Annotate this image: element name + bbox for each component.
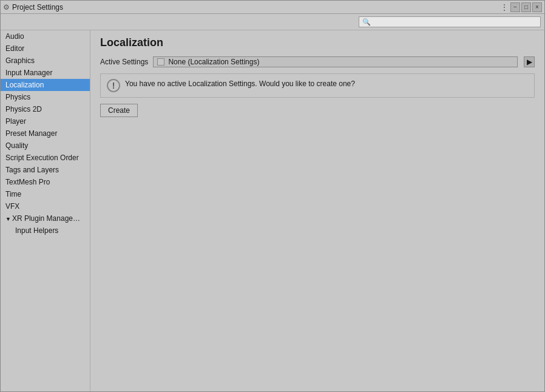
- close-button[interactable]: ×: [532, 2, 542, 12]
- sidebar-item-tags-and-layers[interactable]: Tags and Layers: [1, 164, 90, 176]
- search-icon: 🔍: [362, 18, 371, 26]
- sidebar-item-editor[interactable]: Editor: [1, 42, 90, 55]
- active-settings-label: Active Settings: [100, 58, 148, 66]
- create-button[interactable]: Create: [100, 104, 138, 117]
- sidebar-item-label: Time: [5, 190, 21, 198]
- sidebar-item-time[interactable]: Time: [1, 188, 90, 200]
- window-title: Project Settings: [12, 3, 63, 12]
- sidebar-item-label: TextMesh Pro: [5, 178, 50, 186]
- sidebar-item-vfx[interactable]: VFX: [1, 200, 90, 212]
- active-settings-dropdown[interactable]: None (Localization Settings): [153, 56, 518, 67]
- warning-box: ! You have no active Localization Settin…: [100, 73, 535, 98]
- sidebar-item-script-execution-order[interactable]: Script Execution Order: [1, 152, 90, 164]
- dropdown-checkbox: [157, 58, 164, 66]
- chevron-down-icon: ▼: [5, 216, 11, 222]
- sidebar-item-audio[interactable]: Audio: [1, 30, 90, 42]
- search-input-wrapper: 🔍: [359, 16, 541, 27]
- warning-text: You have no active Localization Settings…: [125, 79, 355, 89]
- dropdown-value: None (Localization Settings): [168, 58, 513, 66]
- sidebar-item-quality[interactable]: Quality: [1, 140, 90, 152]
- sidebar-item-localization[interactable]: Localization: [1, 79, 90, 91]
- minimize-button[interactable]: −: [510, 2, 520, 12]
- sidebar-item-input-manager[interactable]: Input Manager: [1, 67, 90, 79]
- sidebar-item-preset-manager[interactable]: Preset Manager: [1, 127, 90, 140]
- sidebar-item-physics[interactable]: Physics: [1, 91, 90, 103]
- sidebar-item-input-helpers[interactable]: Input Helpers: [1, 225, 90, 237]
- search-input[interactable]: [359, 16, 541, 27]
- sidebar-item-label: Localization: [5, 81, 44, 89]
- sidebar-item-graphics[interactable]: Graphics: [1, 55, 90, 67]
- sidebar-item-label: Input Helpers: [15, 226, 58, 235]
- sidebar-item-label: Input Manager: [5, 69, 52, 77]
- sidebar-item-label: XR Plugin Managemen...: [12, 214, 90, 223]
- title-bar-controls: ⋮ − □ ×: [499, 2, 542, 12]
- sidebar: AudioEditorGraphicsInput ManagerLocaliza…: [1, 30, 90, 391]
- sidebar-item-label: Audio: [5, 32, 24, 41]
- sidebar-item-textmesh-pro[interactable]: TextMesh Pro: [1, 176, 90, 188]
- sidebar-item-label: Physics: [5, 93, 30, 101]
- project-settings-window: ⚙ Project Settings ⋮ − □ × 🔍 AudioEditor…: [0, 0, 545, 392]
- sidebar-item-label: Physics 2D: [5, 105, 42, 113]
- dropdown-arrow-button[interactable]: ▶: [524, 56, 535, 67]
- title-bar-left: ⚙ Project Settings: [3, 3, 63, 12]
- maximize-button[interactable]: □: [521, 2, 531, 12]
- sidebar-item-player[interactable]: Player: [1, 115, 90, 127]
- active-settings-row: Active Settings None (Localization Setti…: [100, 56, 535, 67]
- menu-icon[interactable]: ⋮: [499, 2, 509, 12]
- sidebar-item-label: Graphics: [5, 56, 35, 65]
- sidebar-item-label: Preset Manager: [5, 129, 57, 138]
- search-bar-row: 🔍: [1, 14, 544, 30]
- sidebar-item-label: Quality: [5, 141, 28, 150]
- warning-icon: !: [107, 79, 120, 92]
- sidebar-item-label: VFX: [5, 202, 19, 211]
- sidebar-item-xr-plugin-management[interactable]: ▼XR Plugin Managemen...: [1, 212, 90, 225]
- content-area: AudioEditorGraphicsInput ManagerLocaliza…: [1, 30, 544, 391]
- dropdown-arrow-icon: ▶: [527, 58, 532, 66]
- sidebar-item-label: Player: [5, 117, 26, 126]
- gear-icon: ⚙: [3, 3, 10, 12]
- sidebar-item-label: Script Execution Order: [5, 154, 79, 162]
- sidebar-item-label: Tags and Layers: [5, 166, 59, 174]
- title-bar: ⚙ Project Settings ⋮ − □ ×: [1, 1, 544, 14]
- main-panel: Localization Active Settings None (Local…: [90, 30, 544, 391]
- sidebar-item-label: Editor: [5, 44, 24, 53]
- panel-title: Localization: [100, 36, 535, 49]
- sidebar-item-physics2d[interactable]: Physics 2D: [1, 103, 90, 115]
